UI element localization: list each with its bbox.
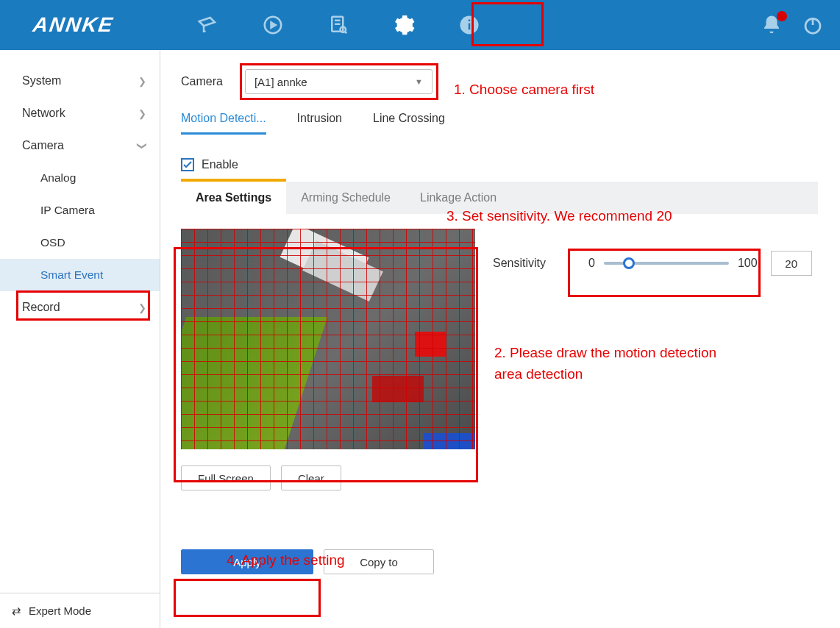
main-content: Camera [A1] annke ▼ Motion Detecti... In… — [160, 50, 840, 628]
sidebar-item-label: IP Camera — [40, 204, 95, 217]
detection-grid-overlay — [181, 229, 475, 449]
svg-rect-4 — [468, 24, 470, 30]
sensitivity-label: Sensitivity — [493, 257, 546, 270]
slider-thumb[interactable] — [623, 257, 635, 269]
copy-to-button[interactable]: Copy to — [324, 549, 434, 574]
sidebar-item-label: Record — [22, 301, 60, 314]
chevron-right-icon: ❯ — [138, 108, 146, 119]
sidebar-item-label: OSD — [40, 236, 65, 249]
sidebar-item-record[interactable]: Record ❯ — [0, 291, 160, 324]
sidebar-item-label: System — [22, 74, 61, 88]
notifications-icon[interactable] — [759, 13, 784, 38]
camera-label: Camera — [181, 75, 223, 88]
camera-select[interactable]: [A1] annke ▼ — [245, 69, 433, 94]
sidebar: System ❯ Network ❯ Camera ❯ Analog IP Ca… — [0, 50, 160, 628]
sidebar-item-label: Smart Event — [40, 268, 103, 282]
notification-badge — [777, 11, 787, 21]
settings-icon[interactable] — [391, 13, 416, 38]
sensitivity-input[interactable]: 20 — [771, 251, 812, 276]
apply-button[interactable]: Apply — [181, 549, 313, 574]
subtabs: Area Settings Arming Schedule Linkage Ac… — [181, 182, 818, 214]
sensitivity-max: 100 — [738, 257, 758, 270]
sensitivity-min: 0 — [588, 257, 595, 270]
sidebar-item-analog[interactable]: Analog — [0, 162, 160, 194]
sidebar-item-label: Camera — [22, 139, 64, 152]
tab-motion-detection[interactable]: Motion Detecti... — [181, 112, 266, 135]
sidebar-item-osd[interactable]: OSD — [0, 226, 160, 259]
brand-logo: ANNKE — [32, 13, 115, 37]
clear-button[interactable]: Clear — [281, 465, 341, 490]
header-right — [759, 0, 825, 50]
tab-intrusion[interactable]: Intrusion — [297, 112, 342, 135]
expert-mode-toggle[interactable]: ⇄ Expert Mode — [0, 593, 160, 628]
enable-label: Enable — [202, 158, 238, 171]
sidebar-item-smart-event[interactable]: Smart Event — [0, 259, 160, 291]
camera-select-value: [A1] annke — [255, 76, 307, 88]
header-nav — [195, 13, 482, 38]
tab-line-crossing[interactable]: Line Crossing — [373, 112, 445, 135]
dropdown-triangle-icon: ▼ — [415, 77, 423, 86]
chevron-right-icon: ❯ — [138, 302, 146, 313]
subtab-area-settings[interactable]: Area Settings — [181, 182, 286, 214]
sidebar-item-system[interactable]: System ❯ — [0, 65, 160, 97]
switch-icon: ⇄ — [12, 604, 21, 618]
enable-checkbox[interactable] — [181, 158, 194, 171]
subtab-arming-schedule[interactable]: Arming Schedule — [286, 182, 405, 214]
sidebar-item-ip-camera[interactable]: IP Camera — [0, 194, 160, 226]
full-screen-button[interactable]: Full Screen — [181, 465, 271, 490]
camera-icon[interactable] — [195, 13, 220, 38]
svg-rect-5 — [468, 20, 470, 22]
detection-tabs: Motion Detecti... Intrusion Line Crossin… — [181, 112, 818, 135]
sidebar-item-camera[interactable]: Camera ❯ — [0, 129, 160, 162]
sidebar-item-label: Analog — [40, 171, 76, 185]
chevron-right-icon: ❯ — [138, 76, 146, 87]
sidebar-item-network[interactable]: Network ❯ — [0, 97, 160, 129]
playback-icon[interactable] — [260, 13, 285, 38]
expert-mode-label: Expert Mode — [29, 604, 91, 617]
motion-area-canvas[interactable] — [181, 229, 475, 449]
sidebar-item-label: Network — [22, 107, 65, 120]
subtab-linkage-action[interactable]: Linkage Action — [405, 182, 511, 214]
info-icon[interactable] — [457, 13, 482, 38]
chevron-down-icon: ❯ — [137, 142, 148, 150]
app-header: ANNKE — [0, 0, 840, 50]
sensitivity-slider[interactable] — [604, 262, 729, 265]
search-doc-icon[interactable] — [326, 13, 351, 38]
power-icon[interactable] — [800, 13, 825, 38]
